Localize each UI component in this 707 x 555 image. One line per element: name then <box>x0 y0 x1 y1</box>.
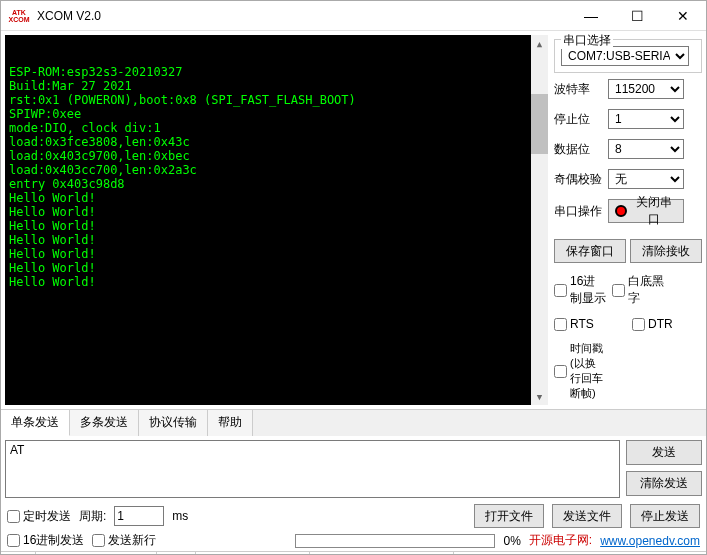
port-groupbox: 串口选择 COM7:USB-SERIAL <box>554 39 702 73</box>
timed-send-checkbox[interactable]: 定时发送 <box>7 508 71 525</box>
open-file-button[interactable]: 打开文件 <box>474 504 544 528</box>
baud-label: 波特率 <box>554 81 606 98</box>
tab-single-send[interactable]: 单条发送 <box>1 410 70 436</box>
baud-select[interactable]: 115200 <box>608 79 684 99</box>
close-button[interactable]: ✕ <box>660 1 706 31</box>
stop-send-button[interactable]: 停止发送 <box>630 504 700 528</box>
hex-display-checkbox[interactable]: 16进制显示 <box>554 273 606 307</box>
scroll-thumb[interactable] <box>531 94 548 154</box>
openedv-link[interactable]: www.openedv.com <box>600 534 700 548</box>
parity-select[interactable]: 无 <box>608 169 684 189</box>
minimize-button[interactable]: — <box>568 1 614 31</box>
dtr-checkbox[interactable]: DTR <box>632 317 684 331</box>
progress-bar <box>295 534 495 548</box>
hex-send-checkbox[interactable]: 16进制发送 <box>7 532 84 549</box>
ms-label: ms <box>172 509 188 523</box>
tab-strip: 单条发送 多条发送 协议传输 帮助 <box>1 410 706 436</box>
data-label: 数据位 <box>554 141 606 158</box>
clear-send-button[interactable]: 清除发送 <box>626 471 702 496</box>
stop-select[interactable]: 1 <box>608 109 684 129</box>
rts-checkbox[interactable]: RTS <box>554 317 606 331</box>
progress-pct: 0% <box>503 534 520 548</box>
tab-help[interactable]: 帮助 <box>208 410 253 436</box>
stop-label: 停止位 <box>554 111 606 128</box>
parity-label: 奇偶校验 <box>554 171 606 188</box>
tab-protocol[interactable]: 协议传输 <box>139 410 208 436</box>
port-group-label: 串口选择 <box>561 32 613 49</box>
op-label: 串口操作 <box>554 203 606 220</box>
send-input[interactable] <box>5 440 620 498</box>
record-icon <box>615 205 627 217</box>
clear-receive-button[interactable]: 清除接收 <box>630 239 702 263</box>
save-window-button[interactable]: 保存窗口 <box>554 239 626 263</box>
timestamp-checkbox[interactable]: 时间戳(以换行回车断帧) <box>554 341 606 401</box>
send-file-button[interactable]: 发送文件 <box>552 504 622 528</box>
window-title: XCOM V2.0 <box>37 9 568 23</box>
period-label: 周期: <box>79 508 106 525</box>
terminal-text: ESP-ROM:esp32s3-20210327 Build:Mar 27 20… <box>9 65 544 289</box>
close-port-button[interactable]: 关闭串口 <box>608 199 684 223</box>
maximize-button[interactable]: ☐ <box>614 1 660 31</box>
app-logo: ATKXCOM <box>7 4 31 28</box>
terminal-scrollbar[interactable]: ▲ ▼ <box>531 35 548 405</box>
port-select[interactable]: COM7:USB-SERIAL <box>561 46 689 66</box>
scroll-up-icon[interactable]: ▲ <box>531 35 548 52</box>
data-select[interactable]: 8 <box>608 139 684 159</box>
send-button[interactable]: 发送 <box>626 440 702 465</box>
period-input[interactable] <box>114 506 164 526</box>
scroll-down-icon[interactable]: ▼ <box>531 388 548 405</box>
tab-multi-send[interactable]: 多条发送 <box>70 410 139 436</box>
terminal-output[interactable]: ESP-ROM:esp32s3-20210327 Build:Mar 27 20… <box>5 35 548 405</box>
link-prefix: 开源电子网: <box>529 532 592 549</box>
send-newline-checkbox[interactable]: 发送新行 <box>92 532 156 549</box>
white-bg-checkbox[interactable]: 白底黑字 <box>612 273 664 307</box>
